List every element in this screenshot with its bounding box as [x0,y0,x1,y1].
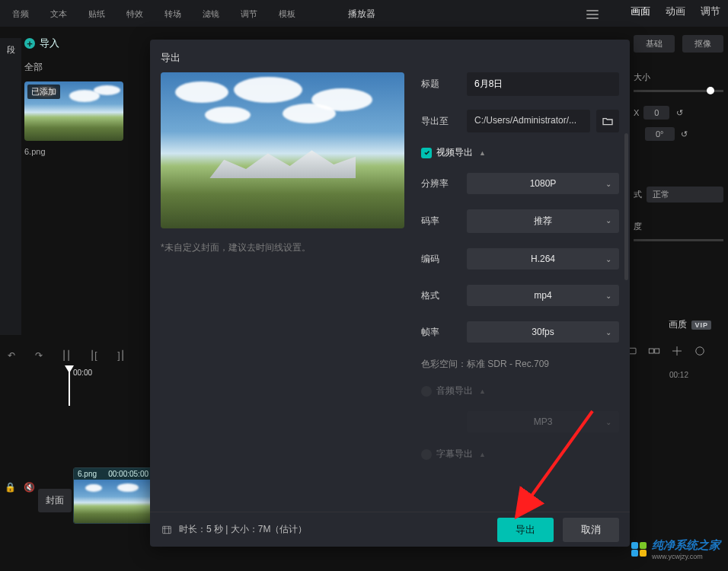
right-btn-basic[interactable]: 基础 [634,35,675,53]
bitrate-value: 推荐 [534,215,552,228]
fps-select[interactable]: 30fps ⌄ [467,321,619,343]
export-preview [161,72,404,228]
cancel-button[interactable]: 取消 [563,518,619,542]
media-import-area: + 导入 全部 已添加 6.png [24,37,146,156]
right-tabs: 画面 动画 调节 [631,5,720,18]
slider-knob[interactable] [707,87,714,94]
x-label: X [634,108,639,117]
tab-anim[interactable]: 动画 [666,5,685,18]
svg-rect-1 [649,349,653,353]
added-badge: 已添加 [27,85,60,99]
bitrate-select[interactable]: 推荐 ⌄ [467,209,619,233]
tool-adjust[interactable]: 调节 [230,0,268,27]
timeline-tools: ↶ ↷ ⎮⎮ ⎮[ ]⎮ [0,344,150,367]
tool-fx[interactable]: 特效 [116,0,154,27]
mode-label: 式 [634,189,642,200]
tl-icon-2[interactable] [647,344,661,360]
video-export-section[interactable]: 视频导出 ▲ [421,146,619,159]
lock-icon[interactable]: 🔒 [5,482,16,493]
playhead-time: 00:00 [73,368,92,377]
audio-section-label: 音频导出 [436,384,473,397]
clip-time: 00:00:05:00 [108,470,148,478]
audio-format-select: MP3 ⌄ [467,411,619,432]
encode-value: H.264 [531,254,555,264]
player-header: 播放器 [339,5,599,24]
split-icon[interactable]: ⎮⎮ [59,350,73,361]
size-label: 大小 [634,72,723,83]
clip-name: 6.png [78,470,97,478]
subtitle-export-section[interactable]: 字幕导出 ▲ [421,448,619,461]
subtitle-section-label: 字幕导出 [436,448,473,461]
media-thumb[interactable]: 已添加 [24,81,123,141]
encode-select[interactable]: H.264 ⌄ [467,248,619,270]
chevron-down-icon: ⌄ [605,418,611,426]
import-button[interactable]: + 导入 [24,37,146,50]
watermark: 纯净系统之家 www.ycwjzy.com [631,538,720,560]
resolution-value: 1080P [530,178,557,189]
chevron-down-icon: ⌄ [605,180,611,188]
fps-value: 30fps [532,327,554,337]
video-section-label: 视频导出 [436,146,473,159]
quality-indicator: 画质 VIP [669,318,711,331]
undo-icon-2[interactable]: ↺ [679,129,690,139]
sidebar-item[interactable]: 段 [0,38,21,62]
export-form: 标题 6月8日 导出至 C:/Users/Administrator/... 视… [421,72,619,474]
path-label: 导出至 [421,115,467,128]
colorspace-note: 色彩空间：标准 SDR - Rec.709 [421,358,619,371]
radio-off-icon [421,386,432,397]
browse-button[interactable] [596,110,619,132]
tab-adjust[interactable]: 调节 [701,5,720,18]
rot-value[interactable]: 0° [645,127,675,141]
tab-canvas[interactable]: 画面 [631,5,650,18]
thumb-name: 6.png [24,147,146,156]
film-icon [161,524,173,536]
cover-button[interactable]: 封面 [38,489,72,512]
tool-filter[interactable]: 滤镜 [192,0,230,27]
chevron-down-icon: ⌄ [605,255,611,263]
format-label: 格式 [421,289,467,302]
format-select[interactable]: mp4 ⌄ [467,285,619,306]
tool-text[interactable]: 文本 [40,0,78,27]
split-left-icon[interactable]: ⎮[ [87,350,101,361]
export-button[interactable]: 导出 [497,518,554,542]
mode-value[interactable]: 正常 [647,187,723,203]
media-all[interactable]: 全部 [24,61,146,74]
split-right-icon[interactable]: ]⎮ [114,350,128,361]
another-slider[interactable] [634,239,723,241]
modal-footer: 时长：5 秒 | 大小：7M（估计） 导出 取消 [150,512,630,547]
title-input[interactable]: 6月8日 [467,72,619,96]
undo-icon[interactable]: ↺ [674,108,685,118]
tool-audio[interactable]: 音频 [2,0,40,27]
preview-note: *未自定义封面，建议去时间线设置。 [161,241,404,254]
svg-point-3 [696,347,704,356]
quality-label: 画质 [669,318,687,331]
chevron-down-icon: ⌄ [605,328,611,337]
ruler-marker: 00:12 [669,371,688,379]
tool-transition[interactable]: 转场 [154,0,192,27]
tl-icon-4[interactable] [693,344,707,360]
modal-scrollbar[interactable] [624,133,628,280]
resolution-select[interactable]: 1080P ⌄ [467,173,619,194]
player-title: 播放器 [348,8,375,21]
path-input[interactable]: C:/Users/Administrator/... [467,110,590,132]
redo-icon[interactable]: ↷ [32,350,46,361]
timeline-right-tools [624,344,723,360]
player-menu-icon[interactable] [586,10,599,19]
tool-sticker[interactable]: 贴纸 [78,0,116,27]
modal-title: 导出 [150,40,630,72]
watermark-icon [631,541,647,557]
export-modal: 导出 *未自定义封面，建议去时间线设置。 标题 6月8日 导出至 [150,40,630,547]
size-slider[interactable] [634,90,723,92]
x-value[interactable]: 0 [643,106,669,120]
tl-icon-3[interactable] [670,344,684,360]
timeline-clip[interactable]: 6.png 00:00:05:00 [73,467,153,524]
audio-export-section[interactable]: 音频导出 ▲ [421,384,619,397]
undo-icon[interactable]: ↶ [5,350,18,361]
folder-icon [602,115,614,127]
watermark-text: 纯净系统之家 [652,538,720,551]
right-btn-matte[interactable]: 抠像 [682,35,723,53]
tool-template[interactable]: 模板 [268,0,306,27]
mute-icon[interactable]: 🔇 [24,482,35,493]
playhead[interactable] [69,366,70,406]
resolution-label: 分辨率 [421,177,467,190]
